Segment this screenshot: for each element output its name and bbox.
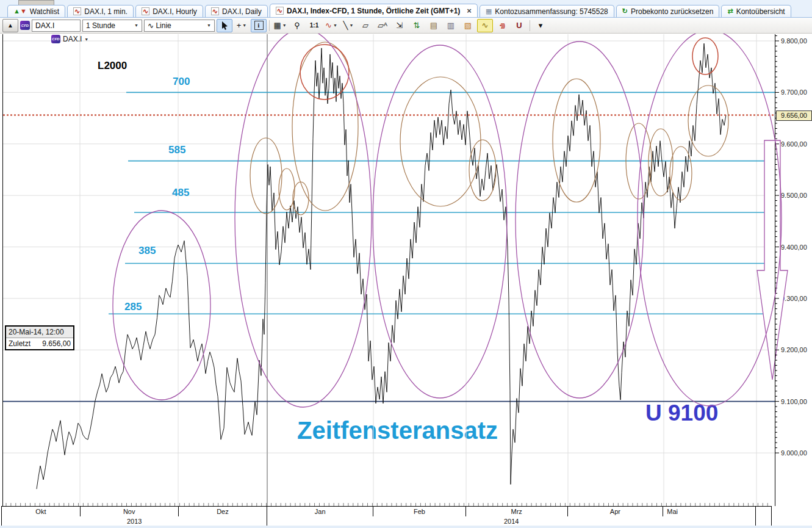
- cfd-badge-icon: CFD: [20, 21, 30, 30]
- grid-toggle-icon: ▦: [273, 21, 281, 30]
- tab-bar: ▲▼Watchlist∿DAX.I, 1 min.∿DAX.I, Hourly∿…: [0, 0, 812, 18]
- alert-sound-button[interactable]: •))): [494, 19, 510, 32]
- eraser-tool-button[interactable]: ▱: [357, 19, 373, 32]
- one-to-one-icon: 1:1: [310, 22, 318, 29]
- magnet-mode-button[interactable]: U: [511, 19, 527, 32]
- symbol-input[interactable]: [35, 21, 77, 30]
- toolbar-separator: [530, 20, 530, 31]
- info-tool-button[interactable]: i: [251, 19, 267, 32]
- collapse-toolbar-button[interactable]: ▲: [2, 19, 18, 32]
- copy-image-icon: ▥: [447, 21, 455, 30]
- delete-annotations-button[interactable]: ▱ᴬ: [375, 19, 390, 32]
- summary-icon: ▦: [486, 8, 492, 15]
- chart-toolbar: ▲ CFD 1 Stunde ▼ ∿ Linie ▼ +▼i▦▼⚲1:1∿▼╲▼…: [0, 18, 812, 34]
- tab-dax-hourly[interactable]: ∿DAX.I, Hourly: [135, 5, 203, 17]
- tab-dax-1min[interactable]: ∿DAX.I, 1 min.: [67, 5, 134, 17]
- window-bottom-strip: [0, 526, 812, 528]
- tab-label: Kontozusammenfassung: 5745528: [495, 7, 608, 16]
- clipboard-chart-button[interactable]: ▤: [426, 19, 442, 32]
- updown-arrows-button[interactable]: ⇅: [409, 19, 425, 32]
- cursor-icon: [221, 21, 229, 30]
- chevron-down-icon: ▼: [207, 23, 211, 27]
- chevron-down-icon: ▼: [333, 23, 337, 27]
- clipboard-chart-icon: ▤: [430, 21, 437, 30]
- chart-canvas[interactable]: [0, 0, 812, 528]
- chevron-down-icon: ▼: [84, 37, 88, 42]
- y-axis-label: 9.000,00: [781, 449, 807, 457]
- timeframe-select[interactable]: 1 Stunde ▼: [82, 20, 142, 32]
- info-box-last-value: 9.656,00: [42, 339, 71, 348]
- tab-label: Kontoübersicht: [736, 7, 785, 16]
- tab-label: DAX.I, Daily: [222, 7, 262, 16]
- toolbar-separator: [269, 20, 270, 31]
- x-axis-year-row: 20132014: [1, 516, 772, 526]
- tab-label: DAX.I, 1 min.: [84, 7, 128, 16]
- level-label-285: 285: [124, 301, 142, 313]
- background-tab-stub[interactable]: [18, 0, 54, 5]
- chart-icon: ∿: [276, 7, 284, 15]
- expand-tool-button[interactable]: ⇲: [392, 19, 408, 32]
- save-image-button[interactable]: ▧: [460, 19, 476, 32]
- tab-dax-daily[interactable]: ∿DAX.I, Daily: [205, 5, 268, 17]
- eraser-tool-icon: ▱: [362, 21, 368, 30]
- chart-icon: ∿: [211, 7, 219, 15]
- reset-icon: ↻: [622, 8, 628, 15]
- x-axis-month-mrz: Mrz: [466, 507, 568, 516]
- x-axis-month-row: OktNovDezJanFebMrzAprMai: [1, 506, 772, 517]
- tab-probekonto[interactable]: ↻Probekonto zurücksetzen: [616, 5, 720, 17]
- annotation-zeitfensteransatz: Zeitfensteransatz: [297, 417, 498, 444]
- grid-toggle-button[interactable]: ▦▼: [272, 19, 288, 32]
- crosshair-tool-icon: +: [237, 21, 242, 30]
- chart-icon: ∿: [73, 7, 81, 15]
- tab-label: DAX.I, Hourly: [153, 7, 197, 16]
- zoom-tool-button[interactable]: ⚲: [289, 19, 305, 32]
- chevron-down-icon: ▼: [349, 23, 353, 27]
- wave-display-button[interactable]: ∿: [477, 19, 493, 32]
- toolbar-overflow-button[interactable]: ▾: [533, 19, 548, 32]
- zoom-tool-icon: ⚲: [294, 21, 300, 30]
- y-axis-label: 9.800,00: [781, 37, 807, 45]
- level-label-385: 385: [138, 245, 156, 257]
- linetype-select[interactable]: ∿ Linie ▼: [144, 20, 215, 32]
- updown-arrows-icon: ⇅: [414, 21, 420, 30]
- save-image-icon: ▧: [464, 21, 472, 30]
- level-label-585: 585: [168, 144, 185, 156]
- chart-symbol-label: DAX.I: [63, 35, 82, 43]
- magnet-mode-icon: U: [516, 21, 522, 30]
- tab-label: Probekonto zurücksetzen: [631, 7, 713, 16]
- y-axis-label: 9.300,00: [781, 295, 807, 302]
- chart-symbol-chip[interactable]: CFD DAX.I ▼: [51, 35, 88, 43]
- x-axis-month-mai: Mai: [663, 507, 756, 516]
- pointer-tool-button[interactable]: [217, 19, 232, 32]
- crosshair-tool-button[interactable]: +▼: [234, 19, 250, 32]
- tab-kontozusammenfassung[interactable]: ▦Kontozusammenfassung: 5745528: [480, 5, 614, 17]
- info-box-time: 20-Mai-14, 12:00: [6, 327, 73, 338]
- expand-tool-icon: ⇲: [397, 21, 403, 30]
- close-icon[interactable]: ×: [467, 6, 472, 15]
- tab-watchlist[interactable]: ▲▼Watchlist: [7, 5, 65, 17]
- alert-sound-icon: •))): [500, 23, 505, 29]
- x-axis-month-jan: Jan: [267, 507, 373, 516]
- y-axis-label: 9.100,00: [781, 398, 807, 405]
- one-to-one-button[interactable]: 1:1: [306, 19, 322, 32]
- level-label-700: 700: [173, 76, 190, 88]
- copy-image-button[interactable]: ▥: [443, 19, 459, 32]
- tab-label: Watchlist: [30, 7, 59, 16]
- chevron-down-icon: ▼: [282, 23, 287, 27]
- chevron-down-icon: ▼: [242, 23, 246, 27]
- trendline-tool-button[interactable]: ╲▼: [340, 19, 356, 32]
- x-axis-year-empty: [756, 516, 771, 526]
- x-axis-year-2013: 2013: [2, 516, 267, 526]
- indicator-tool-button[interactable]: ∿▼: [323, 19, 339, 32]
- x-axis-month-dez: Dez: [179, 507, 268, 516]
- cfd-badge-icon: CFD: [51, 35, 60, 43]
- annotation-u9100: U 9100: [645, 400, 718, 426]
- tab-kontouebersicht[interactable]: ⇄Kontoübersicht: [721, 5, 791, 17]
- toolbar-overflow-icon: ▾: [539, 21, 543, 30]
- tab-dax-cfd-1h[interactable]: ∿DAX.I, Index-CFD, 1 Stunde, Örtliche Ze…: [270, 4, 478, 17]
- linetype-value: Linie: [156, 21, 171, 30]
- trading-app-window: ▲▼Watchlist∿DAX.I, 1 min.∿DAX.I, Hourly∿…: [0, 0, 812, 528]
- x-axis-month-nov: Nov: [81, 507, 179, 516]
- overview-icon: ⇄: [727, 8, 733, 15]
- chevron-down-icon: ▼: [134, 23, 138, 27]
